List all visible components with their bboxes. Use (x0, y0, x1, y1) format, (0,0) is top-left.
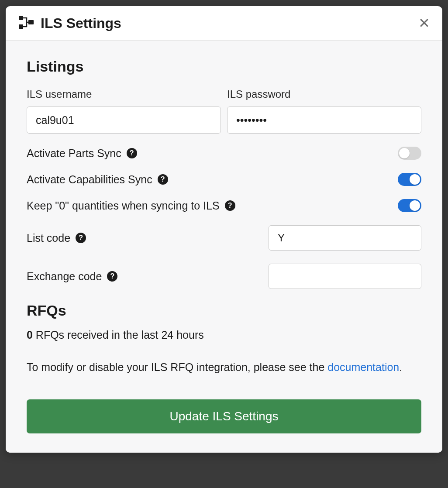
exchange-code-row: Exchange code ? (27, 264, 421, 289)
list-code-label: List code (27, 232, 70, 244)
parts-sync-toggle[interactable] (398, 147, 421, 160)
capabilities-sync-label: Activate Capabilities Sync (27, 173, 152, 186)
svg-rect-2 (28, 20, 34, 24)
rfq-note-suffix: . (399, 361, 402, 373)
modal-header-left: ILS Settings (18, 14, 121, 32)
rfq-note-prefix: To modify or disable your ILS RFQ integr… (27, 361, 327, 373)
modal-body: Listings ILS username ILS password Activ… (6, 41, 442, 453)
modal-header: ILS Settings ✕ (6, 6, 442, 41)
help-icon[interactable]: ? (225, 200, 235, 211)
exchange-code-input[interactable] (269, 264, 421, 289)
list-code-input[interactable] (269, 225, 421, 251)
toggle-knob (410, 174, 420, 185)
username-label: ILS username (27, 88, 221, 100)
close-icon[interactable]: ✕ (418, 16, 430, 30)
parts-sync-row: Activate Parts Sync ? (27, 147, 421, 160)
exchange-code-label: Exchange code (27, 270, 102, 283)
password-field: ILS password (227, 88, 421, 134)
credentials-row: ILS username ILS password (27, 88, 421, 134)
modal-title: ILS Settings (41, 15, 121, 31)
capabilities-sync-row: Activate Capabilities Sync ? (27, 173, 421, 186)
capabilities-sync-toggle[interactable] (398, 173, 421, 186)
help-icon[interactable]: ? (107, 271, 117, 282)
toggle-knob (410, 200, 420, 211)
keep-zero-row: Keep "0" quantities when syncing to ILS … (27, 199, 421, 212)
rfq-note: To modify or disable your ILS RFQ integr… (27, 360, 421, 375)
svg-rect-1 (19, 24, 23, 29)
ils-settings-modal: ILS Settings ✕ Listings ILS username ILS… (6, 6, 442, 453)
toggle-knob (399, 148, 410, 158)
documentation-link[interactable]: documentation (327, 361, 399, 373)
keep-zero-label-wrap: Keep "0" quantities when syncing to ILS … (27, 199, 235, 212)
rfq-count-value: 0 (27, 329, 33, 341)
rfq-count-suffix: RFQs received in the last 24 hours (33, 329, 204, 341)
listings-section-title: Listings (27, 58, 421, 75)
help-icon[interactable]: ? (158, 174, 168, 185)
username-input[interactable] (27, 107, 221, 134)
svg-rect-0 (19, 16, 23, 20)
capabilities-sync-label-wrap: Activate Capabilities Sync ? (27, 173, 168, 186)
parts-sync-label: Activate Parts Sync (27, 147, 121, 160)
help-icon[interactable]: ? (76, 233, 86, 243)
keep-zero-toggle[interactable] (398, 199, 421, 212)
username-field: ILS username (27, 88, 221, 134)
settings-icon (18, 14, 34, 32)
parts-sync-label-wrap: Activate Parts Sync ? (27, 147, 137, 160)
rfq-count-text: 0 RFQs received in the last 24 hours (27, 329, 421, 341)
help-icon[interactable]: ? (127, 148, 137, 158)
rfqs-section-title: RFQs (27, 302, 421, 319)
list-code-label-wrap: List code ? (27, 232, 86, 244)
list-code-row: List code ? (27, 225, 421, 251)
password-input[interactable] (227, 107, 421, 134)
password-label: ILS password (227, 88, 421, 100)
update-settings-button[interactable]: Update ILS Settings (27, 399, 421, 433)
keep-zero-label: Keep "0" quantities when syncing to ILS (27, 199, 220, 212)
exchange-code-label-wrap: Exchange code ? (27, 270, 117, 283)
